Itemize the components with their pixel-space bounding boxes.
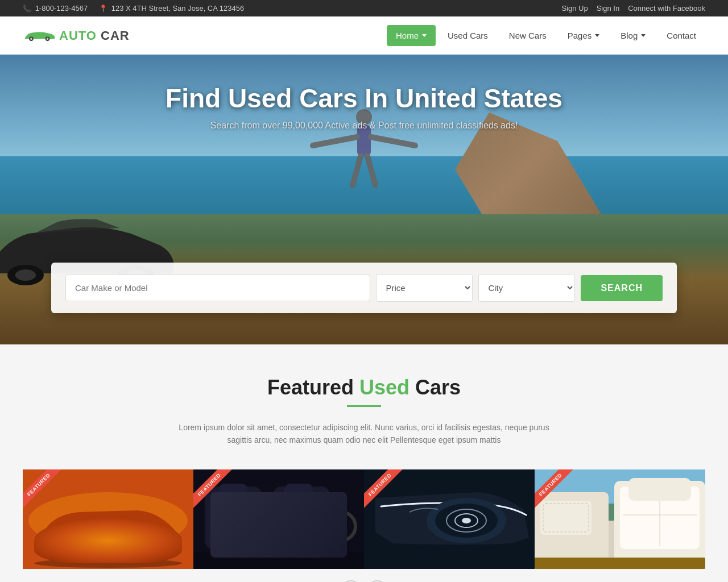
nav-item-home[interactable]: Home: [387, 25, 436, 46]
nav-item-new-cars[interactable]: New Cars: [500, 25, 556, 46]
svg-line-11: [371, 137, 415, 146]
svg-point-1: [30, 38, 32, 40]
car-card-3[interactable]: [364, 469, 535, 569]
header: AUTO CAR Home Used Cars New Cars Pages B…: [0, 16, 728, 55]
address-info: 123 X 4TH Street, San Jose, CA 123456: [99, 4, 244, 13]
pages-caret-icon: [595, 34, 599, 37]
logo-icon: [23, 26, 57, 45]
search-button[interactable]: SEARCH: [581, 275, 663, 301]
svg-line-13: [367, 156, 375, 185]
featured-badge-4: [535, 469, 580, 515]
svg-point-3: [47, 38, 49, 40]
price-select[interactable]: Price Under $5,000 $5,000 - $10,000 $10,…: [376, 274, 473, 302]
top-bar-right: Sign Up Sign In Connect with Facebook: [561, 4, 705, 13]
nav-item-pages[interactable]: Pages: [559, 25, 609, 46]
signin-link[interactable]: Sign In: [597, 4, 619, 13]
featured-badge-2: [193, 469, 239, 515]
hero-subtitle: Search from over 99,00,000 Active ads & …: [0, 120, 728, 131]
svg-point-35: [462, 518, 471, 523]
blog-caret-icon: [641, 34, 646, 37]
cars-grid: [23, 469, 705, 569]
signup-link[interactable]: Sign Up: [561, 4, 588, 13]
main-nav: Home Used Cars New Cars Pages Blog Conta…: [387, 25, 705, 46]
featured-section: Featured Used Cars Lorem ipsum dolor sit…: [0, 344, 728, 582]
svg-point-16: [49, 534, 81, 562]
svg-rect-25: [279, 492, 324, 538]
top-bar-left: 1-800-123-4567 123 X 4TH Street, San Jos…: [23, 4, 244, 13]
phone-info: 1-800-123-4567: [23, 4, 88, 13]
featured-description: Lorem ipsum dolor sit amet, consectetur …: [171, 421, 557, 447]
svg-rect-47: [535, 558, 705, 569]
car-card-2[interactable]: [193, 469, 364, 569]
search-bar: Price Under $5,000 $5,000 - $10,000 $10,…: [51, 263, 677, 313]
car-card-4[interactable]: [535, 469, 705, 569]
search-input[interactable]: [65, 275, 370, 301]
location-icon: [99, 4, 109, 13]
connect-fb-link[interactable]: Connect with Facebook: [628, 4, 705, 13]
hero-content: Find Used Cars In United States Search f…: [0, 83, 728, 131]
svg-line-10: [313, 137, 357, 146]
logo[interactable]: AUTO CAR: [23, 26, 130, 45]
nav-item-used-cars[interactable]: Used Cars: [439, 25, 497, 46]
phone-icon: [23, 4, 33, 13]
hero-section: Find Used Cars In United States Search f…: [0, 55, 728, 344]
svg-point-19: [140, 541, 156, 555]
svg-rect-46: [628, 478, 691, 501]
featured-title: Featured Used Cars: [23, 376, 705, 400]
svg-line-12: [353, 156, 361, 185]
svg-point-18: [132, 534, 164, 562]
nav-item-contact[interactable]: Contact: [657, 25, 705, 46]
featured-badge-1: [23, 469, 68, 515]
svg-point-20: [34, 559, 182, 568]
featured-badge-3: [364, 469, 410, 515]
svg-point-17: [57, 541, 73, 555]
car-card-1[interactable]: [23, 469, 193, 569]
svg-rect-28: [193, 552, 364, 569]
logo-text: AUTO CAR: [59, 28, 130, 43]
svg-point-5: [15, 269, 36, 281]
city-select[interactable]: City San Jose Los Angeles New York Chica…: [478, 274, 575, 302]
nav-item-blog[interactable]: Blog: [611, 25, 655, 46]
top-bar: 1-800-123-4567 123 X 4TH Street, San Jos…: [0, 0, 728, 16]
hero-title: Find Used Cars In United States: [0, 83, 728, 114]
home-caret-icon: [422, 34, 427, 37]
svg-rect-24: [273, 487, 330, 549]
featured-underline: [347, 405, 381, 407]
svg-rect-27: [284, 484, 313, 501]
